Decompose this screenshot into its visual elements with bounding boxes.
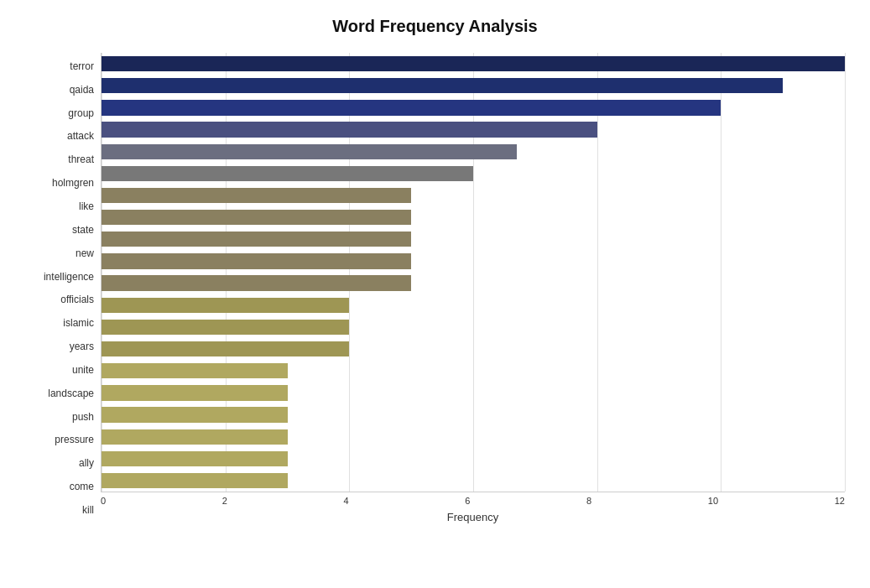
x-tick: 12 [835,496,845,506]
bar-row [102,53,845,75]
y-label: attack [25,131,94,141]
bar-row [102,338,845,360]
y-label: landscape [25,388,94,398]
bar-row [102,470,845,492]
y-label: threat [25,154,94,164]
bar [102,385,288,400]
y-label: years [25,341,94,351]
y-label: kill [25,505,94,515]
x-tick: 2 [222,496,227,506]
bar [102,232,411,247]
bar-row [102,273,845,294]
bar-row [102,316,845,338]
chart-container: Word Frequency Analysis terrorqaidagroup… [0,0,870,588]
x-tick: 4 [344,496,349,506]
y-label: come [25,481,94,492]
bar-row [102,228,845,250]
y-label: islamic [25,318,94,328]
y-label: ally [25,458,94,468]
bar-row [102,294,845,316]
bar [102,341,349,356]
y-label: qaida [25,85,94,95]
y-label: state [25,225,94,235]
bar [102,56,845,71]
bar-row [102,250,845,272]
bar [102,363,288,378]
y-label: unite [25,365,94,375]
bar-row [102,360,845,382]
bar-row [102,404,845,426]
bar-row [102,382,845,403]
x-tick: 10 [708,496,718,506]
bar [102,473,288,488]
chart-area: terrorqaidagroupattackthreatholmgrenlike… [25,53,845,523]
bar [102,429,288,445]
bar [102,78,783,93]
bar [102,210,411,225]
bar-row [102,448,845,470]
bar [102,188,411,203]
y-label: officials [25,294,94,304]
x-tick: 6 [465,496,470,506]
bar [102,144,517,159]
y-label: push [25,412,94,422]
x-tick: 8 [586,496,591,506]
bar-row [102,163,845,185]
y-label: pressure [25,434,94,445]
y-label: group [25,108,94,118]
bar-row [102,185,845,206]
y-label: terror [25,61,94,71]
bar [102,320,349,335]
x-axis: 024681012 [101,496,845,506]
bar [102,451,288,466]
y-axis: terrorqaidagroupattackthreatholmgrenlike… [25,53,101,523]
bar [102,298,349,313]
bar [102,100,721,115]
grid-line [845,53,846,492]
bar [102,122,597,137]
y-label: like [25,201,94,211]
chart-title: Word Frequency Analysis [25,17,845,36]
bars-container [101,53,845,492]
x-tick: 0 [101,496,106,506]
bar [102,253,411,268]
bar [102,166,473,181]
y-label: new [25,248,94,258]
x-axis-label: Frequency [101,511,845,523]
y-label: intelligence [25,272,94,282]
bar-row [102,118,845,140]
bar-row [102,75,845,96]
bar-row [102,96,845,118]
bar-row [102,141,845,163]
bar-row [102,206,845,228]
bar [102,275,411,290]
bar [102,407,288,422]
y-label: holmgren [25,178,94,188]
bar-row [102,426,845,448]
